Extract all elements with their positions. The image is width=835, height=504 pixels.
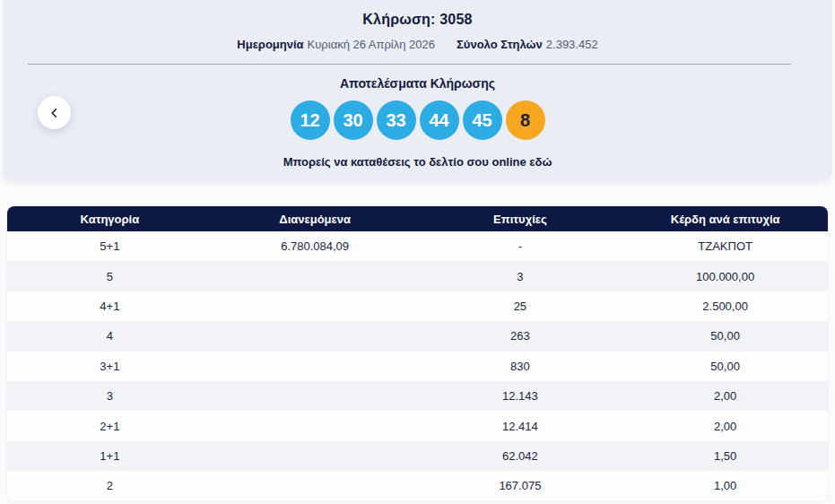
table-row: 5 3 100.000,00 xyxy=(7,261,828,291)
draw-summary-card: Κλήρωση: 3058 ΗμερομηνίαΚυριακή 26 Απρίλ… xyxy=(3,0,832,181)
distributed-cell: 6.780.084,09 xyxy=(213,239,418,253)
prize-cell: 2,00 xyxy=(622,389,828,403)
category-cell: 4 xyxy=(7,329,213,343)
columns-group: Σύνολο Στηλών2.393.452 xyxy=(457,38,598,51)
category-cell: 5+1 xyxy=(7,239,213,253)
category-cell: 3 xyxy=(7,389,213,403)
table-row: 2+1 12.414 2,00 xyxy=(7,411,828,440)
winning-number-ball: 45 xyxy=(463,100,502,140)
category-cell: 1+1 xyxy=(7,449,213,463)
winning-number-ball: 12 xyxy=(291,100,330,140)
prize-cell: 2,00 xyxy=(622,420,828,433)
draw-meta: ΗμερομηνίαΚυριακή 26 Απρίλη 2026 Σύνολο … xyxy=(3,38,832,51)
table-row: 2 167.075 1,00 xyxy=(7,471,828,500)
divider xyxy=(28,64,791,65)
draw-title: Κλήρωση: 3058 xyxy=(3,12,832,28)
winners-cell: 12.143 xyxy=(418,389,623,403)
winners-cell: 3 xyxy=(418,270,623,283)
date-value: Κυριακή 26 Απρίλη 2026 xyxy=(308,38,435,51)
online-submit-link[interactable]: Μπορείς να καταθέσεις το δελτίο σου onli… xyxy=(3,155,832,169)
winners-cell: 263 xyxy=(418,329,623,343)
table-row: 1+1 62.042 1,50 xyxy=(7,441,828,471)
winners-cell: 25 xyxy=(418,300,623,313)
winners-cell: 12.414 xyxy=(418,420,623,433)
winners-cell: 62.042 xyxy=(418,449,623,463)
prize-cell: 1,00 xyxy=(622,479,828,492)
prize-cell: 1,50 xyxy=(622,449,828,463)
prize-cell: 50,00 xyxy=(622,329,828,343)
table-row: 4+1 25 2.500,00 xyxy=(7,291,828,321)
table-row: 3+1 830 50,00 xyxy=(7,352,828,381)
table-row: 5+1 6.780.084,09 - ΤΖΑΚΠΟΤ xyxy=(7,231,828,261)
header-winners: Επιτυχίες xyxy=(418,213,623,226)
table-row: 3 12.143 2,00 xyxy=(7,381,828,411)
table-body: 5+1 6.780.084,09 - ΤΖΑΚΠΟΤ 5 3 100.000,0… xyxy=(7,231,828,501)
category-cell: 3+1 xyxy=(7,360,213,373)
columns-total-value: 2.393.452 xyxy=(546,38,598,51)
prize-cell: 50,00 xyxy=(622,360,828,373)
table-row: 4 263 50,00 xyxy=(7,321,828,351)
winners-cell: 167.075 xyxy=(418,479,623,492)
results-table: Κατηγορία Διανεμόμενα Επιτυχίες Κέρδη αν… xyxy=(7,206,828,501)
numbers-row: 12303344458 xyxy=(3,100,832,140)
category-cell: 5 xyxy=(7,270,213,283)
header-distributed: Διανεμόμενα xyxy=(213,213,418,226)
results-heading: Αποτελέσματα Κλήρωσης xyxy=(3,76,832,91)
winners-cell: - xyxy=(418,239,623,253)
category-cell: 4+1 xyxy=(7,300,213,313)
winners-cell: 830 xyxy=(418,360,623,373)
table-header-row: Κατηγορία Διανεμόμενα Επιτυχίες Κέρδη αν… xyxy=(7,206,828,231)
winning-number-ball: 33 xyxy=(377,100,416,140)
header-prize-per-win: Κέρδη ανά επιτυχία xyxy=(622,213,828,226)
winning-number-ball: 30 xyxy=(334,100,373,140)
chevron-left-icon xyxy=(48,107,61,119)
prize-cell: 100.000,00 xyxy=(622,270,828,283)
winning-number-ball: 44 xyxy=(420,100,459,140)
category-cell: 2+1 xyxy=(7,420,213,433)
joker-ball: 8 xyxy=(506,100,545,140)
category-cell: 2 xyxy=(7,479,213,492)
date-group: ΗμερομηνίαΚυριακή 26 Απρίλη 2026 xyxy=(237,38,435,51)
prize-cell: 2.500,00 xyxy=(622,300,828,313)
header-category: Κατηγορία xyxy=(7,213,213,226)
previous-draw-button[interactable] xyxy=(38,96,71,129)
columns-total-label: Σύνολο Στηλών xyxy=(457,38,543,51)
prize-cell: ΤΖΑΚΠΟΤ xyxy=(622,239,828,253)
date-label: Ημερομηνία xyxy=(237,38,303,51)
